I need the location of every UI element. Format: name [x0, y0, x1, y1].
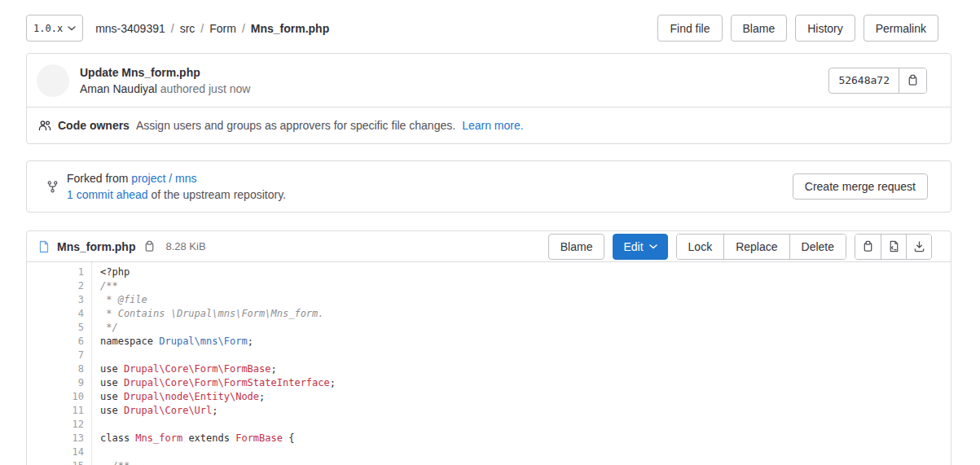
line-number[interactable]: 6 [27, 335, 91, 349]
clipboard-copy-icon [143, 240, 156, 252]
lock-button[interactable]: Lock [677, 235, 724, 259]
clipboard-copy-icon [862, 240, 874, 252]
top-action-history-button[interactable]: History [795, 15, 855, 42]
file-size: 8.28 KiB [165, 240, 205, 252]
line-number[interactable]: 7 [27, 349, 91, 362]
commit-authored-text: authored just now [160, 82, 251, 95]
code-owners-row: Code owners Assign users and groups as a… [27, 107, 951, 143]
edit-button-label: Edit [623, 240, 643, 253]
breadcrumb-separator: / [171, 22, 174, 35]
edit-dropdown-button[interactable]: Edit [613, 234, 667, 260]
blame-button[interactable]: Blame [548, 234, 605, 260]
code-line: use Drupal\Core\Form\FormBase; [100, 362, 951, 376]
line-number[interactable]: 4 [27, 307, 91, 321]
line-number[interactable]: 1 [27, 265, 91, 279]
line-number[interactable]: 13 [27, 432, 91, 445]
breadcrumb-item[interactable]: src [180, 22, 196, 35]
file-icon-button-group [855, 234, 932, 260]
top-action-permalink-button[interactable]: Permalink [864, 15, 938, 42]
code-line [100, 418, 951, 432]
code-line: * @file [100, 293, 951, 307]
line-number[interactable]: 2 [27, 279, 91, 293]
fork-notice-line1: Forked from project / mns [67, 170, 286, 186]
commit-byline: Aman Naudiyal authored just now [80, 82, 250, 95]
code-owners-description: Assign users and groups as approvers for… [136, 119, 455, 132]
file-name: Mns_form.php [57, 240, 135, 253]
copy-file-contents-button[interactable] [855, 235, 881, 259]
breadcrumb-separator: / [242, 22, 245, 35]
code-line: use Drupal\node\Entity\Node; [100, 390, 951, 404]
code-lines: <?php/** * @file * Contains \Drupal\mns\… [92, 262, 951, 465]
code-line: use Drupal\Core\Url; [100, 404, 951, 418]
open-raw-button[interactable] [881, 235, 906, 259]
file-topbar: 1.0.x mns-3409391/src/Form/Mns_form.php … [26, 15, 954, 42]
file-card: Mns_form.php 8.28 KiB Blame Edit Lock Re… [26, 230, 951, 465]
top-actions: Find fileBlameHistoryPermalink [657, 15, 938, 42]
document-icon [37, 240, 51, 253]
fork-notice-line2: 1 commit ahead of the upstream repositor… [67, 186, 286, 203]
chevron-down-icon [649, 244, 657, 249]
line-number[interactable]: 10 [27, 390, 91, 404]
code-line: /** [100, 279, 951, 293]
clipboard-copy-icon [907, 74, 919, 86]
line-number[interactable]: 14 [27, 445, 91, 459]
code-line: <?php [100, 265, 951, 279]
commit-sha: 52648a72 [829, 68, 899, 93]
line-number[interactable]: 8 [27, 362, 91, 376]
copy-commit-sha-button[interactable] [899, 68, 926, 93]
commits-ahead-text: of the upstream repository. [152, 188, 286, 201]
users-icon [38, 119, 51, 132]
breadcrumb-item[interactable]: Mns_form.php [251, 22, 329, 35]
line-number[interactable]: 12 [27, 418, 91, 432]
download-button[interactable] [906, 235, 931, 259]
code-line [100, 349, 951, 362]
commit-sha-group: 52648a72 [828, 68, 927, 94]
commit-meta: Update Mns_form.php Aman Naudiyal author… [80, 66, 250, 95]
line-number[interactable]: 5 [27, 321, 91, 335]
fork-notice-card: Forked from project / mns 1 commit ahead… [26, 160, 951, 213]
breadcrumb: mns-3409391/src/Form/Mns_form.php [95, 22, 329, 35]
create-merge-request-button[interactable]: Create merge request [793, 173, 928, 200]
branch-selector[interactable]: 1.0.x [26, 15, 83, 42]
chevron-down-icon [68, 26, 76, 31]
code-line: /** [100, 459, 951, 465]
replace-button[interactable]: Replace [723, 235, 789, 259]
code-viewer: 123456789101112131415 <?php/** * @file *… [27, 261, 951, 465]
commit-author[interactable]: Aman Naudiyal [80, 82, 157, 95]
breadcrumb-separator: / [200, 22, 204, 35]
delete-button[interactable]: Delete [789, 235, 846, 259]
file-header: Mns_form.php 8.28 KiB Blame Edit Lock Re… [27, 231, 951, 261]
fork-origin-link[interactable]: project / mns [131, 172, 196, 185]
top-action-find-file-button[interactable]: Find file [657, 15, 722, 42]
code-line: use Drupal\Core\Form\FormStateInterface; [100, 376, 951, 390]
line-number[interactable]: 9 [27, 376, 91, 390]
breadcrumb-item[interactable]: Form [209, 22, 236, 35]
line-number[interactable]: 3 [27, 293, 91, 307]
line-number[interactable]: 15 [27, 459, 91, 465]
download-icon [913, 240, 925, 252]
forked-from-text: Forked from [67, 172, 128, 185]
copy-file-path-button[interactable] [143, 240, 156, 252]
code-line: * Contains \Drupal\mns\Form\Mns_form. [100, 307, 951, 321]
branch-name: 1.0.x [33, 23, 63, 34]
fork-icon [46, 180, 59, 194]
code-line [100, 445, 951, 459]
code-line: class Mns_form extends FormBase { [100, 432, 951, 445]
line-number[interactable]: 11 [27, 404, 91, 418]
fork-notice-text: Forked from project / mns 1 commit ahead… [67, 170, 286, 203]
code-line: namespace Drupal\mns\Form; [100, 335, 951, 349]
breadcrumb-item[interactable]: mns-3409391 [95, 22, 165, 35]
commits-ahead-link[interactable]: 1 commit ahead [67, 188, 148, 201]
top-action-blame-button[interactable]: Blame [731, 15, 788, 42]
line-numbers: 123456789101112131415 [27, 262, 92, 465]
commit-card: Update Mns_form.php Aman Naudiyal author… [26, 53, 951, 144]
code-owners-label: Code owners [58, 119, 130, 132]
code-line: */ [100, 321, 951, 335]
learn-more-link[interactable]: Learn more. [462, 119, 523, 132]
commit-title[interactable]: Update Mns_form.php [80, 66, 250, 79]
avatar[interactable] [37, 64, 69, 97]
file-code-icon [888, 240, 900, 252]
commit-row: Update Mns_form.php Aman Naudiyal author… [27, 54, 951, 107]
file-actions: Blame Edit Lock Replace Delete [548, 234, 932, 260]
file-modify-button-group: Lock Replace Delete [676, 234, 846, 260]
